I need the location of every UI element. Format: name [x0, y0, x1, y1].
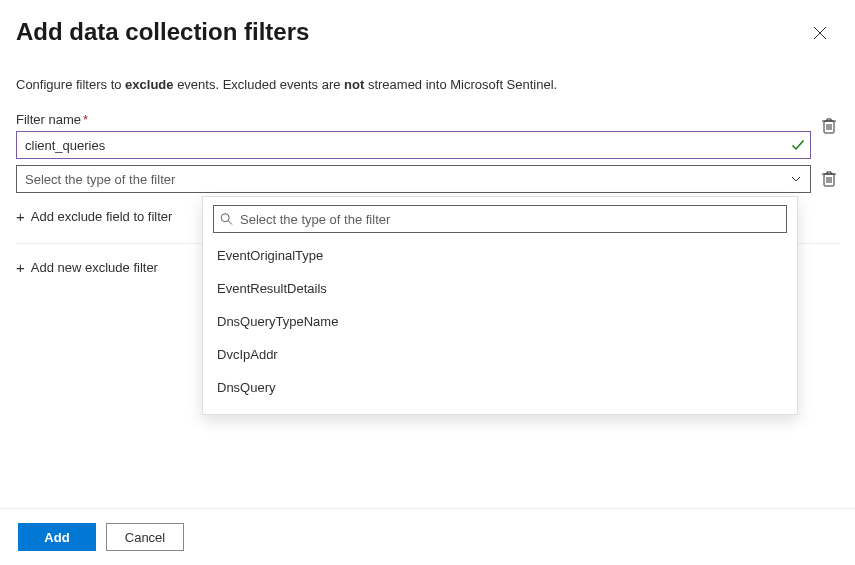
- filter-name-input[interactable]: [16, 131, 811, 159]
- dropdown-option[interactable]: DnsQuery: [213, 371, 787, 404]
- cancel-button[interactable]: Cancel: [106, 523, 184, 551]
- checkmark-icon: [791, 138, 805, 152]
- dropdown-option[interactable]: DnsQueryTypeName: [213, 305, 787, 338]
- page-title: Add data collection filters: [16, 18, 309, 46]
- dropdown-option[interactable]: DvcIpAddr: [213, 338, 787, 371]
- footer-actions: Add Cancel: [0, 508, 855, 565]
- dropdown-search-input[interactable]: [213, 205, 787, 233]
- chevron-down-icon: [790, 173, 802, 185]
- add-field-label: Add exclude field to filter: [31, 209, 173, 224]
- close-button[interactable]: [809, 22, 831, 47]
- add-button[interactable]: Add: [18, 523, 96, 551]
- filter-type-placeholder: Select the type of the filter: [25, 172, 175, 187]
- trash-icon: [821, 117, 837, 135]
- required-indicator: *: [83, 112, 88, 127]
- delete-filter-button[interactable]: [819, 115, 839, 137]
- close-icon: [813, 28, 827, 43]
- add-new-filter-button[interactable]: + Add new exclude filter: [16, 260, 158, 275]
- delete-type-button[interactable]: [819, 168, 839, 190]
- trash-icon: [821, 170, 837, 188]
- filter-type-dropdown-panel: EventOriginalType EventResultDetails Dns…: [202, 196, 798, 415]
- dropdown-option[interactable]: EventOriginalType: [213, 239, 787, 272]
- filter-type-dropdown[interactable]: Select the type of the filter: [16, 165, 811, 193]
- add-filter-label: Add new exclude filter: [31, 260, 158, 275]
- intro-text: Configure filters to exclude events. Exc…: [16, 77, 839, 92]
- add-exclude-field-button[interactable]: + Add exclude field to filter: [16, 209, 172, 224]
- dropdown-option[interactable]: EventResultDetails: [213, 272, 787, 305]
- plus-icon: +: [16, 260, 25, 275]
- dropdown-option-list: EventOriginalType EventResultDetails Dns…: [213, 239, 787, 404]
- svg-line-19: [228, 221, 232, 225]
- filter-name-label: Filter name*: [16, 112, 811, 127]
- plus-icon: +: [16, 209, 25, 224]
- svg-point-18: [221, 214, 229, 222]
- search-icon: [220, 213, 233, 226]
